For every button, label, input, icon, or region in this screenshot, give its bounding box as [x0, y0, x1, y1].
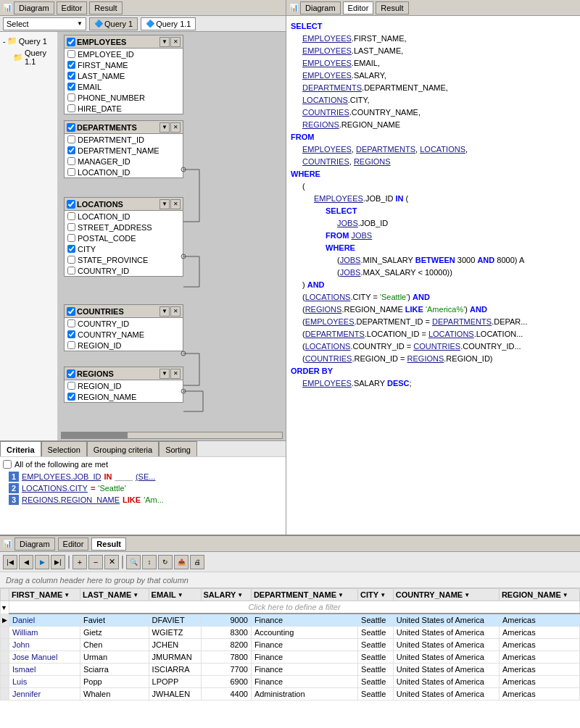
sql-line-1: EMPLOYEES.FIRST_NAME, — [302, 33, 576, 45]
col-email[interactable]: EMAIL ▼ — [149, 589, 201, 601]
sort-icon-region: ▼ — [563, 592, 568, 598]
locations-name: LOCATIONS — [77, 200, 123, 209]
table-row: Finance — [251, 651, 357, 664]
nav-play[interactable]: ▶ — [35, 555, 49, 569]
regions-menu-btn[interactable]: ▼ — [160, 369, 170, 379]
col-dept[interactable]: DEPARTMENT_NAME ▼ — [251, 589, 357, 601]
result-table-wrapper[interactable]: FIRST_NAME ▼ LAST_NAME ▼ EMAIL ▼ — [0, 588, 580, 728]
filter-hint[interactable]: Click here to define a filter — [9, 601, 580, 614]
nav-delete[interactable]: ✕ — [104, 555, 119, 569]
table-row: Seattle — [358, 676, 394, 688]
col-salary[interactable]: SALARY ▼ — [201, 589, 251, 601]
table-row: Seattle — [358, 627, 394, 639]
locations-close-btn[interactable]: ✕ — [170, 199, 181, 209]
nav-prev[interactable]: ◀ — [19, 555, 33, 569]
grouping-tab[interactable]: Grouping criteria — [87, 441, 159, 457]
table-row: Daniel — [9, 614, 80, 627]
table-row: LPOPP — [149, 676, 201, 688]
group-hint: Drag a column header here to group by th… — [0, 572, 580, 588]
table-row: Accounting — [251, 627, 357, 639]
tab-result-right[interactable]: Result — [376, 1, 408, 14]
table-row: Seattle — [358, 651, 394, 664]
sql-subselect: SELECT — [326, 205, 576, 217]
table-row: JWHALEN — [149, 688, 201, 700]
nav-filter[interactable]: 🔍 — [126, 555, 141, 569]
nav-export[interactable]: 📤 — [174, 555, 188, 569]
col-region[interactable]: REGION_NAME ▼ — [499, 589, 579, 601]
criteria-val-3: 'Am... — [144, 495, 164, 504]
query1-1-tab[interactable]: 🔷 Query 1.1 — [141, 17, 196, 30]
folder-icon: 📁 — [7, 36, 17, 46]
query1-1-label: Query 1.1 — [156, 20, 191, 28]
table-row: Chen — [80, 639, 149, 651]
countries-menu-btn[interactable]: ▼ — [160, 306, 170, 317]
col-last-name[interactable]: LAST_NAME ▼ — [80, 589, 149, 601]
selection-tab[interactable]: Selection — [41, 441, 87, 457]
locations-menu-btn[interactable]: ▼ — [160, 199, 170, 209]
tab-editor-right[interactable]: Editor — [343, 1, 374, 14]
departments-menu-btn[interactable]: ▼ — [160, 122, 170, 133]
nav-add[interactable]: + — [72, 555, 87, 569]
regions-checkbox[interactable] — [67, 369, 75, 378]
tab-diagram-left[interactable]: Diagram — [14, 1, 54, 14]
employees-close-btn[interactable]: ✕ — [170, 37, 181, 47]
tab-result-result[interactable]: Result — [91, 537, 126, 551]
sql-cond-region: (REGIONS.REGION_NAME LIKE 'America%') AN… — [302, 304, 576, 316]
criteria-tab[interactable]: Criteria — [0, 441, 41, 457]
col-country[interactable]: COUNTRY_NAME ▼ — [393, 589, 499, 601]
select-combo[interactable]: Select ▼ — [3, 17, 86, 30]
tab-diagram-result[interactable]: Diagram — [14, 537, 55, 551]
table-row: 7800 — [201, 651, 251, 664]
employees-checkbox[interactable] — [67, 38, 75, 46]
sql-tables2: COUNTRIES, REGIONS — [302, 156, 576, 168]
table-row: Urman — [80, 651, 149, 664]
diagram-icon-right: 📊 — [289, 4, 298, 12]
tab-result-left[interactable]: Result — [89, 1, 122, 14]
nav-first[interactable]: |◀ — [3, 555, 17, 569]
sort-icon-last: ▼ — [133, 592, 138, 598]
regions-close-btn[interactable]: ✕ — [170, 369, 181, 379]
sql-sub-where: WHERE — [326, 242, 576, 254]
tab-editor-result[interactable]: Editor — [58, 537, 89, 551]
row-indicator — [1, 688, 9, 700]
all-criteria-checkbox[interactable] — [3, 460, 12, 469]
table-row: United States of America — [393, 664, 499, 676]
tree-expand[interactable]: - — [3, 37, 6, 46]
criteria-val-2: 'Seattle' — [98, 484, 125, 493]
tab-diagram-right[interactable]: Diagram — [300, 1, 341, 14]
sql-cond-dept: (EMPLOYEES.DEPARTMENT_ID = DEPARTMENTS.D… — [302, 316, 576, 328]
countries-close-btn[interactable]: ✕ — [170, 306, 181, 317]
employees-menu-btn[interactable]: ▼ — [160, 37, 170, 47]
nav-next[interactable]: ▶| — [51, 555, 65, 569]
countries-checkbox[interactable] — [67, 307, 75, 316]
table-row: Americas — [499, 688, 579, 700]
regions-name: REGIONS — [77, 369, 114, 378]
departments-checkbox[interactable] — [67, 123, 75, 132]
criteria-extra-1: (SE... — [136, 472, 156, 481]
table-locations: LOCATIONS ▼ ✕ LOCATION_ID STREET_ADDRESS… — [64, 197, 183, 277]
table-row: Whalen — [80, 688, 149, 700]
sorting-tab[interactable]: Sorting — [159, 441, 197, 457]
col-first-name[interactable]: FIRST_NAME ▼ — [9, 589, 80, 601]
query1-tab[interactable]: 🔷 Query 1 — [89, 17, 138, 30]
nav-print[interactable]: 🖨 — [190, 555, 204, 569]
locations-checkbox[interactable] — [67, 200, 75, 209]
table-row: United States of America — [393, 627, 499, 639]
sql-line-7: COUNTRIES.COUNTRY_NAME, — [302, 106, 576, 119]
tab-editor-left[interactable]: Editor — [57, 1, 88, 14]
departments-close-btn[interactable]: ✕ — [170, 122, 181, 133]
table-row: United States of America — [393, 688, 499, 700]
nav-remove[interactable]: − — [88, 555, 103, 569]
criteria-field-3: REGIONS.REGION_NAME — [22, 495, 120, 504]
sql-sub-cond2: (JOBS.MAX_SALARY < 10000)) — [337, 267, 576, 279]
sql-sub-from: FROM JOBS — [326, 230, 576, 242]
sql-cond-loc: (DEPARTMENTS.LOCATION_ID = LOCATIONS.LOC… — [302, 328, 576, 340]
nav-sort[interactable]: ↕ — [142, 555, 157, 569]
nav-refresh[interactable]: ↻ — [158, 555, 173, 569]
table-row: Finance — [251, 639, 357, 651]
sql-line-6: LOCATIONS.CITY, — [302, 94, 576, 106]
col-city[interactable]: CITY ▼ — [358, 589, 394, 601]
table-row: Jennifer — [9, 688, 80, 700]
table-row: 9000 — [201, 614, 251, 627]
table-row: Seattle — [358, 688, 394, 700]
